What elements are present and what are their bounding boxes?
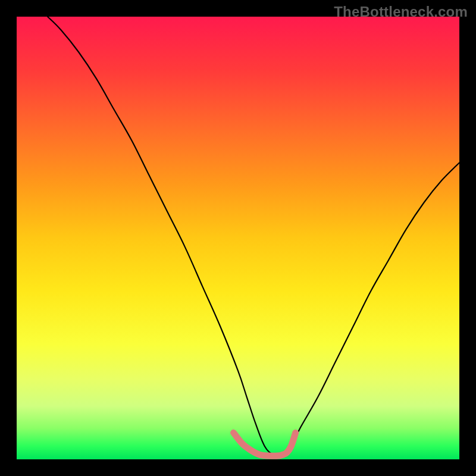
bottleneck-curve (48, 17, 459, 456)
chart-svg (17, 17, 459, 459)
plot-area (17, 17, 459, 459)
chart-container: TheBottleneck.com (0, 0, 476, 476)
optimal-zone (234, 433, 296, 456)
watermark-text: TheBottleneck.com (334, 4, 468, 20)
